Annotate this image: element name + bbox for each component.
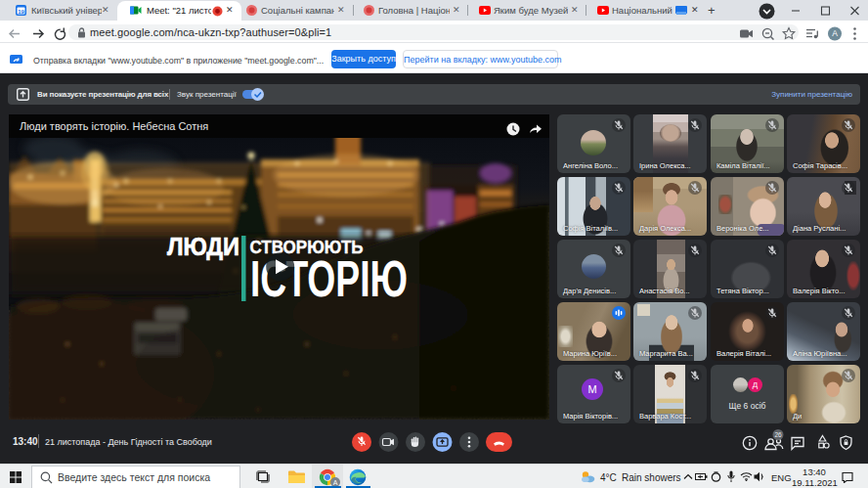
svg-text:Люди творять історію. Небесна: Люди творять історію. Небесна Сотня (20, 120, 208, 132)
svg-text:A: A (832, 28, 838, 38)
svg-text:A: A (333, 479, 338, 486)
svg-text:ЛЮДИ: ЛЮДИ (167, 232, 239, 261)
svg-text:26: 26 (774, 431, 782, 438)
svg-text:19: 19 (18, 9, 24, 15)
